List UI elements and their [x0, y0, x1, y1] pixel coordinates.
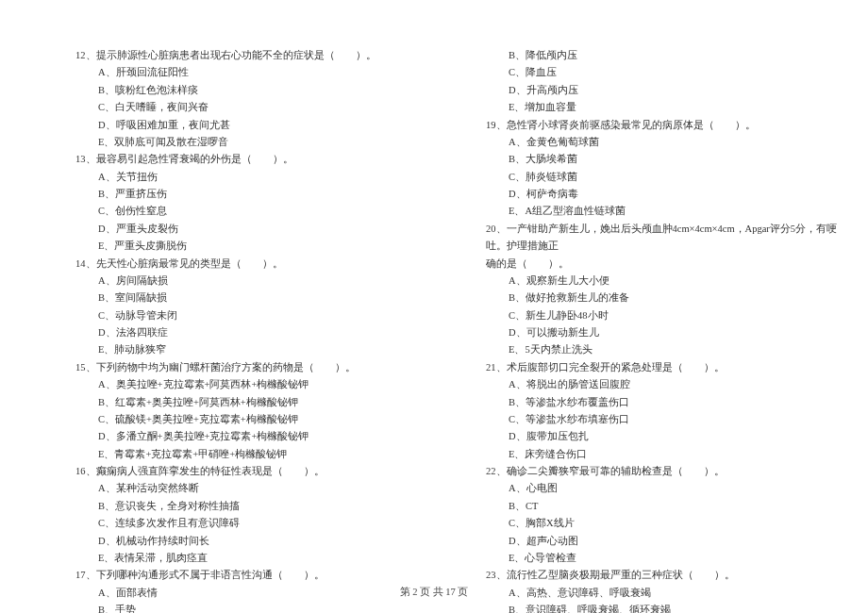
q13-options: A、关节扭伤 B、严重挤压伤 C、创伤性窒息 D、严重头皮裂伤 E、严重头皮撕脱… — [75, 169, 429, 256]
q13-A: A、关节扭伤 — [98, 169, 429, 186]
q12-B: B、咳粉红色泡沫样痰 — [98, 82, 429, 99]
q21-C: C、等渗盐水纱布填塞伤口 — [509, 411, 840, 428]
q16-C: C、连续多次发作且有意识障碍 — [98, 515, 429, 532]
q22-A: A、心电图 — [509, 480, 840, 497]
q19-C: C、肺炎链球菌 — [509, 169, 840, 186]
q20-A: A、观察新生儿大小便 — [509, 273, 840, 290]
question-20: 20、一产钳助产新生儿，娩出后头颅血肿4cm×4cm×4cm，Apgar评分5分… — [486, 221, 840, 359]
q14-stem: 14、先天性心脏病最常见的类型是（ ）。 — [75, 258, 283, 269]
q18-E: E、增加血容量 — [509, 99, 840, 116]
q20-E: E、5天内禁止洗头 — [509, 341, 840, 358]
q15-options: A、奥美拉唑+克拉霉素+阿莫西林+枸橼酸铋钾 B、红霉素+奥美拉唑+阿莫西林+枸… — [75, 376, 429, 463]
q21-B: B、等渗盐水纱布覆盖伤口 — [509, 394, 840, 411]
q17-stem: 17、下列哪种沟通形式不属于非语言性沟通（ ）。 — [75, 570, 325, 580]
question-14: 14、先天性心脏病最常见的类型是（ ）。 A、房间隔缺损 B、室间隔缺损 C、动… — [75, 256, 429, 359]
q21-A: A、将脱出的肠管送回腹腔 — [509, 376, 840, 393]
q15-D: D、多潘立酮+奥美拉唑+克拉霉素+枸橼酸铋钾 — [98, 428, 429, 445]
q18-D: D、升高颅内压 — [509, 82, 840, 99]
q23-stem: 23、流行性乙型脑炎极期最严重的三种症状（ ）。 — [486, 570, 735, 580]
q16-A: A、某种活动突然终断 — [98, 480, 429, 497]
q15-stem: 15、下列药物中均为幽门螺杆菌治疗方案的药物是（ ）。 — [75, 362, 356, 373]
q20-options: A、观察新生儿大小便 B、做好抢救新生儿的准备 C、新生儿静卧48小时 D、可以… — [486, 273, 840, 359]
q13-C: C、创伤性窒息 — [98, 203, 429, 220]
q20-D: D、可以搬动新生儿 — [509, 324, 840, 341]
q18-options-right: B、降低颅内压 C、降血压 D、升高颅内压 E、增加血容量 — [486, 47, 840, 117]
q12-E: E、双肺底可闻及散在湿啰音 — [98, 134, 429, 151]
q16-E: E、表情呆滞，肌肉痉直 — [98, 550, 429, 567]
question-13: 13、最容易引起急性肾衰竭的外伤是（ ）。 A、关节扭伤 B、严重挤压伤 C、创… — [75, 151, 429, 255]
q17-B: B、手势 — [98, 602, 429, 613]
q21-E: E、床旁缝合伤口 — [509, 446, 840, 463]
q13-E: E、严重头皮撕脱伤 — [98, 238, 429, 255]
q19-options: A、金黄色葡萄球菌 B、大肠埃希菌 C、肺炎链球菌 D、柯萨奇病毒 E、A组乙型… — [486, 134, 840, 221]
q22-options: A、心电图 B、CT C、胸部X线片 D、超声心动图 E、心导管检查 — [486, 480, 840, 567]
q20-C: C、新生儿静卧48小时 — [509, 307, 840, 324]
q12-C: C、白天嗜睡，夜间兴奋 — [98, 99, 429, 116]
q22-C: C、胸部X线片 — [509, 515, 840, 532]
q21-D: D、腹带加压包扎 — [509, 428, 840, 445]
q20-stem-cont: 确的是（ ）。 — [486, 256, 840, 273]
right-column: B、降低颅内压 C、降血压 D、升高颅内压 E、增加血容量 19、急性肾小球肾炎… — [467, 47, 840, 613]
page-container: 12、提示肺源性心脏病患者出现右心功能不全的症状是（ ）。 A、肝颈回流征阳性 … — [0, 0, 868, 613]
q22-E: E、心导管检查 — [509, 550, 840, 567]
q12-A: A、肝颈回流征阳性 — [98, 64, 429, 81]
q14-E: E、肺动脉狭窄 — [98, 341, 429, 358]
q21-options: A、将脱出的肠管送回腹腔 B、等渗盐水纱布覆盖伤口 C、等渗盐水纱布填塞伤口 D… — [486, 376, 840, 463]
left-column: 12、提示肺源性心脏病患者出现右心功能不全的症状是（ ）。 A、肝颈回流征阳性 … — [28, 47, 429, 613]
q16-D: D、机械动作持续时间长 — [98, 533, 429, 550]
q19-B: B、大肠埃希菌 — [509, 151, 840, 168]
q13-D: D、严重头皮裂伤 — [98, 221, 429, 238]
q13-stem: 13、最容易引起急性肾衰竭的外伤是（ ）。 — [75, 154, 293, 164]
q15-E: E、青霉素+克拉霉素+甲硝唑+枸橼酸铋钾 — [98, 446, 429, 463]
question-15: 15、下列药物中均为幽门螺杆菌治疗方案的药物是（ ）。 A、奥美拉唑+克拉霉素+… — [75, 359, 429, 463]
question-12: 12、提示肺源性心脏病患者出现右心功能不全的症状是（ ）。 A、肝颈回流征阳性 … — [75, 47, 429, 151]
q16-stem: 16、癫痫病人强直阵挛发生的特征性表现是（ ）。 — [75, 466, 325, 476]
question-19: 19、急性肾小球肾炎前驱感染最常见的病原体是（ ）。 A、金黄色葡萄球菌 B、大… — [486, 117, 840, 221]
q18-B: B、降低颅内压 — [509, 47, 840, 64]
q12-stem: 12、提示肺源性心脏病患者出现右心功能不全的症状是（ ）。 — [75, 50, 376, 60]
q19-E: E、A组乙型溶血性链球菌 — [509, 203, 840, 220]
q14-D: D、法洛四联症 — [98, 324, 429, 341]
question-16: 16、癫痫病人强直阵挛发生的特征性表现是（ ）。 A、某种活动突然终断 B、意识… — [75, 463, 429, 567]
q14-B: B、室间隔缺损 — [98, 290, 429, 306]
q12-D: D、呼吸困难加重，夜间尤甚 — [98, 117, 429, 134]
q13-B: B、严重挤压伤 — [98, 186, 429, 203]
q16-B: B、意识丧失，全身对称性抽搐 — [98, 498, 429, 515]
q14-C: C、动脉导管未闭 — [98, 307, 429, 324]
q21-stem: 21、术后腹部切口完全裂开的紧急处理是（ ）。 — [486, 362, 725, 373]
q16-options: A、某种活动突然终断 B、意识丧失，全身对称性抽搐 C、连续多次发作且有意识障碍… — [75, 480, 429, 567]
q19-stem: 19、急性肾小球肾炎前驱感染最常见的病原体是（ ）。 — [486, 120, 756, 130]
q15-B: B、红霉素+奥美拉唑+阿莫西林+枸橼酸铋钾 — [98, 394, 429, 411]
q22-B: B、CT — [509, 498, 840, 515]
question-21: 21、术后腹部切口完全裂开的紧急处理是（ ）。 A、将脱出的肠管送回腹腔 B、等… — [486, 359, 840, 463]
q22-stem: 22、确诊二尖瓣狭窄最可靠的辅助检查是（ ）。 — [486, 466, 725, 476]
q15-A: A、奥美拉唑+克拉霉素+阿莫西林+枸橼酸铋钾 — [98, 376, 429, 393]
page-footer: 第 2 页 共 17 页 — [0, 586, 868, 599]
q15-C: C、硫酸镁+奥美拉唑+克拉霉素+枸橼酸铋钾 — [98, 411, 429, 428]
q19-D: D、柯萨奇病毒 — [509, 186, 840, 203]
q23-B: B、意识障碍、呼吸衰竭、循环衰竭 — [509, 602, 840, 613]
q20-stem: 20、一产钳助产新生儿，娩出后头颅血肿4cm×4cm×4cm，Apgar评分5分… — [486, 224, 837, 251]
q22-D: D、超声心动图 — [509, 533, 840, 550]
q19-A: A、金黄色葡萄球菌 — [509, 134, 840, 151]
q20-B: B、做好抢救新生儿的准备 — [509, 290, 840, 306]
q14-A: A、房间隔缺损 — [98, 273, 429, 290]
q14-options: A、房间隔缺损 B、室间隔缺损 C、动脉导管未闭 D、法洛四联症 E、肺动脉狭窄 — [75, 273, 429, 359]
question-22: 22、确诊二尖瓣狭窄最可靠的辅助检查是（ ）。 A、心电图 B、CT C、胸部X… — [486, 463, 840, 567]
q12-options: A、肝颈回流征阳性 B、咳粉红色泡沫样痰 C、白天嗜睡，夜间兴奋 D、呼吸困难加… — [75, 64, 429, 151]
q18-C: C、降血压 — [509, 64, 840, 81]
